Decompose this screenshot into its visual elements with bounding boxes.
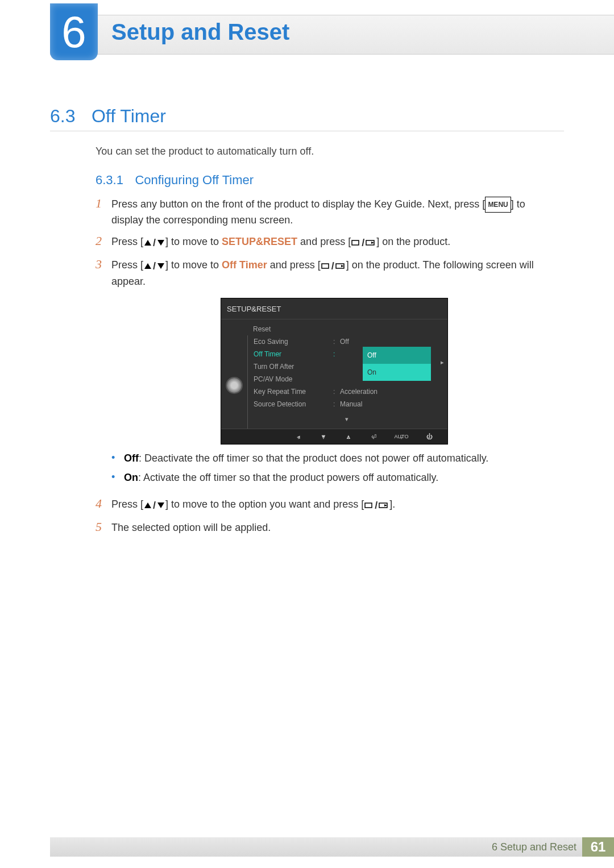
step-body: Press [/] to move to Off Timer and press…	[111, 258, 557, 490]
step-number: 4	[96, 497, 111, 513]
subsection-heading: 6.3.1 Configuring Off Timer	[96, 173, 254, 188]
svg-marker-1	[157, 240, 164, 246]
osd-screenshot: SETUP&RESET Reset Eco Saving:Off Off Tim…	[221, 298, 448, 445]
svg-marker-0	[144, 240, 151, 246]
step-number: 1	[96, 197, 111, 227]
keyword-setup-reset: SETUP&RESET	[222, 236, 297, 247]
osd-enter-icon: ⏎	[367, 433, 380, 441]
step-5: 5 The selected option will be applied.	[96, 520, 557, 535]
up-down-icon: /	[143, 235, 165, 251]
osd-row-source-detect: Source Detection:Manual	[247, 398, 445, 410]
step-number: 2	[96, 234, 111, 251]
osd-control-bar: ◂ ▼ ▲ ⏎ AUTO ⏻	[221, 429, 447, 444]
section-number: 6.3	[50, 106, 75, 126]
svg-rect-2	[352, 240, 359, 245]
footer-text: 6 Setup and Reset	[492, 841, 576, 853]
bullet-on: • On: Activate the off timer so that the…	[111, 471, 557, 484]
intro-text: You can set the product to automatically…	[96, 146, 314, 157]
step-body: The selected option will be applied.	[111, 520, 557, 535]
osd-row-eco: Eco Saving:Off	[247, 335, 445, 348]
source-enter-icon: /	[321, 258, 346, 274]
step-1: 1 Press any button on the front of the p…	[96, 197, 557, 227]
source-enter-icon: /	[364, 497, 389, 513]
step-3: 3 Press [/] to move to Off Timer and pre…	[96, 258, 557, 490]
step-number: 3	[96, 258, 111, 490]
bullet-dot-icon: •	[111, 451, 124, 465]
option-bullets: • Off: Deactivate the off timer so that …	[111, 451, 557, 484]
svg-marker-6	[157, 263, 164, 269]
section-underline	[50, 131, 564, 131]
osd-option-off: Off	[363, 347, 431, 364]
osd-power-icon: ⏻	[422, 433, 436, 441]
source-enter-icon: /	[351, 235, 376, 251]
gear-icon	[227, 378, 242, 393]
bullet-text: On: Activate the off timer so that the p…	[124, 471, 557, 484]
footer-bar: 6 Setup and Reset 61	[50, 837, 614, 857]
step-number: 5	[96, 520, 111, 535]
step-body: Press [/] to move to SETUP&RESET and pre…	[111, 234, 557, 251]
step-text: Press [	[111, 499, 143, 510]
step-text: ].	[389, 499, 395, 510]
svg-rect-7	[322, 264, 329, 268]
osd-row-reset: Reset	[247, 323, 445, 335]
page-number: 61	[582, 837, 614, 857]
step-text: and press [	[297, 236, 351, 247]
osd-caret-right-icon: ▸	[441, 355, 444, 369]
chapter-tab: 6	[50, 3, 98, 60]
step-2: 2 Press [/] to move to SETUP&RESET and p…	[96, 234, 557, 251]
step-body: Press [/] to move to the option you want…	[111, 497, 557, 513]
svg-marker-5	[144, 263, 151, 269]
chapter-title: Setup and Reset	[111, 19, 289, 45]
section-title: Off Timer	[92, 106, 166, 126]
step-text: Press [	[111, 236, 143, 247]
osd-up-icon: ▲	[342, 433, 355, 441]
section-heading: 6.3 Off Timer	[50, 106, 564, 127]
step-4: 4 Press [/] to move to the option you wa…	[96, 497, 557, 513]
osd-row-key-repeat: Key Repeat Time:Acceleration	[247, 385, 445, 398]
step-body: Press any button on the front of the pro…	[111, 197, 557, 227]
svg-marker-11	[157, 502, 164, 508]
subsection-number: 6.3.1	[96, 173, 123, 187]
osd-caret-down-icon: ▾	[247, 410, 445, 429]
osd-menu-list: Reset Eco Saving:Off Off Timer: Turn Off…	[247, 319, 447, 429]
svg-marker-10	[144, 502, 151, 508]
chapter-number: 6	[61, 6, 86, 58]
step-text: and press [	[267, 259, 321, 271]
step-text: ] to move to	[165, 236, 222, 247]
osd-dropdown: Off On	[363, 347, 431, 381]
step-text: Press [	[111, 259, 143, 271]
bullet-dot-icon: •	[111, 471, 124, 484]
menu-button-icon: MENU	[485, 197, 511, 213]
step-text: ] to move to the option you want and pre…	[165, 499, 364, 510]
subsection-title: Configuring Off Timer	[135, 173, 254, 187]
osd-down-icon: ▼	[317, 433, 330, 441]
osd-auto-icon: AUTO	[392, 433, 411, 441]
osd-option-on: On	[363, 364, 431, 381]
steps-list: 1 Press any button on the front of the p…	[96, 197, 557, 542]
bullet-text: Off: Deactivate the off timer so that th…	[124, 451, 557, 465]
step-text: ] on the product.	[376, 236, 450, 247]
keyword-off-timer: Off Timer	[222, 259, 267, 271]
up-down-icon: /	[143, 258, 165, 274]
step-text: Press any button on the front of the pro…	[111, 198, 485, 210]
up-down-icon: /	[143, 497, 165, 513]
svg-rect-12	[365, 503, 372, 508]
osd-title: SETUP&RESET	[221, 298, 447, 319]
osd-icon-column	[221, 319, 247, 429]
bullet-off: • Off: Deactivate the off timer so that …	[111, 451, 557, 465]
step-text: ] to move to	[165, 259, 222, 271]
osd-back-icon: ◂	[292, 433, 305, 441]
